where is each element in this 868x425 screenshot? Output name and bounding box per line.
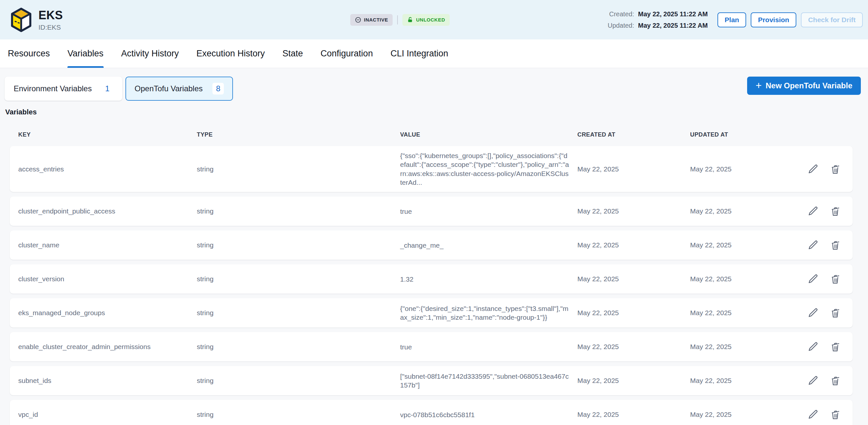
table-row: vpc_id string vpc-078b51c6cbc5581f1 May … bbox=[10, 400, 853, 425]
main-content: Environment Variables 1 OpenTofu Variabl… bbox=[0, 77, 868, 425]
updated-label: Updated: bbox=[608, 22, 634, 29]
variable-key: vpc_id bbox=[18, 411, 197, 419]
variable-key: access_entries bbox=[18, 165, 197, 173]
variable-created-at: May 22, 2025 bbox=[577, 241, 690, 249]
plan-button[interactable]: Plan bbox=[717, 12, 746, 27]
variable-updated-at: May 22, 2025 bbox=[690, 309, 788, 317]
delete-variable-button[interactable] bbox=[830, 163, 841, 175]
status-badge-unlocked: UNLOCKED bbox=[402, 14, 450, 26]
variable-updated-at: May 22, 2025 bbox=[690, 165, 788, 173]
variable-updated-at: May 22, 2025 bbox=[690, 411, 788, 419]
table-header: KEY TYPE VALUE CREATED AT UPDATED AT bbox=[10, 131, 853, 138]
trash-icon bbox=[830, 375, 841, 386]
delete-variable-button[interactable] bbox=[830, 341, 841, 352]
column-header-type: TYPE bbox=[197, 131, 400, 138]
variable-type: string bbox=[197, 309, 400, 317]
row-actions bbox=[788, 409, 853, 420]
edit-variable-button[interactable] bbox=[808, 163, 819, 175]
created-value: May 22, 2025 11:22 AM bbox=[638, 10, 708, 18]
row-actions bbox=[788, 240, 853, 251]
delete-variable-button[interactable] bbox=[830, 307, 841, 318]
page-title: EKS bbox=[38, 8, 63, 22]
variable-created-at: May 22, 2025 bbox=[577, 309, 690, 317]
variable-value: {"one":{"desired_size":1,"instance_types… bbox=[400, 304, 577, 322]
pencil-icon bbox=[808, 375, 819, 386]
trash-icon bbox=[830, 273, 841, 284]
pencil-icon bbox=[808, 341, 819, 352]
tab-bar: Resources Variables Activity History Exe… bbox=[0, 39, 868, 68]
unlock-icon bbox=[407, 17, 413, 23]
tab-activity-history[interactable]: Activity History bbox=[121, 39, 179, 68]
variable-type: string bbox=[197, 343, 400, 351]
variable-key: subnet_ids bbox=[18, 377, 197, 385]
pencil-icon bbox=[808, 206, 819, 217]
row-actions bbox=[788, 206, 853, 217]
pencil-icon bbox=[808, 409, 819, 420]
variable-created-at: May 22, 2025 bbox=[577, 207, 690, 215]
pencil-icon bbox=[808, 273, 819, 284]
check-for-drift-button[interactable]: Check for Drift bbox=[801, 12, 863, 27]
variable-key: cluster_version bbox=[18, 275, 197, 283]
edit-variable-button[interactable] bbox=[808, 375, 819, 386]
page-subtitle: ID:EKS bbox=[38, 24, 63, 31]
edit-variable-button[interactable] bbox=[808, 341, 819, 352]
row-actions bbox=[788, 163, 853, 175]
variables-table: access_entries string {"sso":{"kubernete… bbox=[0, 146, 868, 425]
edit-variable-button[interactable] bbox=[808, 307, 819, 318]
delete-variable-button[interactable] bbox=[830, 273, 841, 284]
provision-button[interactable]: Provision bbox=[751, 12, 796, 27]
variable-type: string bbox=[197, 207, 400, 215]
variable-type: string bbox=[197, 411, 400, 419]
delete-variable-button[interactable] bbox=[830, 240, 841, 251]
status-badges: INACTIVE UNLOCKED bbox=[350, 14, 450, 26]
trash-icon bbox=[830, 409, 841, 420]
environment-variables-toggle[interactable]: Environment Variables 1 bbox=[5, 77, 122, 101]
variable-value: ["subnet-08f14e7142d333595","subnet-0680… bbox=[400, 372, 577, 390]
table-row: enable_cluster_creator_admin_permissions… bbox=[10, 332, 853, 361]
edit-variable-button[interactable] bbox=[808, 409, 819, 420]
edit-variable-button[interactable] bbox=[808, 206, 819, 217]
variable-value: true bbox=[400, 207, 577, 216]
updated-value: May 22, 2025 11:22 AM bbox=[638, 22, 708, 29]
variable-type: string bbox=[197, 241, 400, 249]
delete-variable-button[interactable] bbox=[830, 375, 841, 386]
header-actions: Plan Provision Check for Drift bbox=[717, 12, 863, 27]
new-opentofu-variable-label: New OpenTofu Variable bbox=[766, 81, 852, 90]
opentofu-variables-count: 8 bbox=[212, 83, 224, 94]
trash-icon bbox=[830, 307, 841, 318]
trash-icon bbox=[830, 240, 841, 251]
variable-key: eks_managed_node_groups bbox=[18, 309, 197, 317]
environment-variables-label: Environment Variables bbox=[14, 84, 92, 93]
variable-value: 1.32 bbox=[400, 275, 577, 283]
variable-updated-at: May 22, 2025 bbox=[690, 207, 788, 215]
delete-variable-button[interactable] bbox=[830, 409, 841, 420]
delete-variable-button[interactable] bbox=[830, 206, 841, 217]
variable-key: cluster_name bbox=[18, 241, 197, 249]
header-right: Created: May 22, 2025 11:22 AM Updated: … bbox=[608, 10, 863, 29]
tab-cli-integration[interactable]: CLI Integration bbox=[390, 39, 448, 68]
edit-variable-button[interactable] bbox=[808, 240, 819, 251]
tab-execution-history[interactable]: Execution History bbox=[196, 39, 265, 68]
opentofu-variables-toggle[interactable]: OpenTofu Variables 8 bbox=[125, 77, 233, 101]
table-row: subnet_ids string ["subnet-08f14e7142d33… bbox=[10, 366, 853, 395]
column-header-value: VALUE bbox=[400, 131, 577, 138]
variable-value: vpc-078b51c6cbc5581f1 bbox=[400, 410, 577, 419]
variable-created-at: May 22, 2025 bbox=[577, 377, 690, 385]
table-row: cluster_name string _change_me_ May 22, … bbox=[10, 231, 853, 260]
tab-state[interactable]: State bbox=[282, 39, 303, 68]
section-title: Variables bbox=[5, 108, 868, 116]
variable-type: string bbox=[197, 165, 400, 173]
row-actions bbox=[788, 273, 853, 284]
edit-variable-button[interactable] bbox=[808, 273, 819, 284]
variable-key: cluster_endpoint_public_access bbox=[18, 207, 197, 215]
table-row: cluster_version string 1.32 May 22, 2025… bbox=[10, 264, 853, 294]
variable-created-at: May 22, 2025 bbox=[577, 411, 690, 419]
variable-type-toggles: Environment Variables 1 OpenTofu Variabl… bbox=[5, 77, 233, 101]
tab-variables[interactable]: Variables bbox=[67, 39, 103, 68]
trash-icon bbox=[830, 341, 841, 352]
variables-toolbar: Environment Variables 1 OpenTofu Variabl… bbox=[5, 77, 861, 101]
tab-resources[interactable]: Resources bbox=[8, 39, 50, 68]
new-opentofu-variable-button[interactable]: + New OpenTofu Variable bbox=[747, 77, 861, 95]
tab-configuration[interactable]: Configuration bbox=[320, 39, 373, 68]
column-header-created-at: CREATED AT bbox=[577, 131, 690, 138]
